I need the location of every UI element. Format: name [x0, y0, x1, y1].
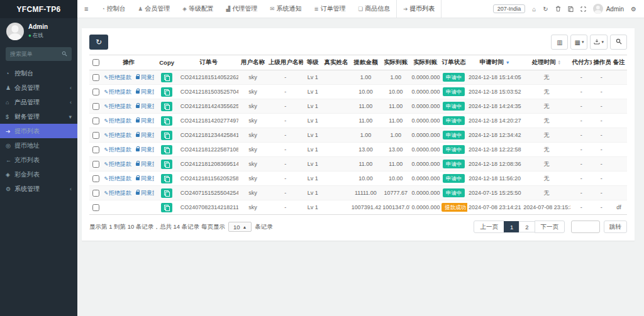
topnav-tab[interactable]: ≣订单管理	[308, 0, 352, 18]
copy-button[interactable]	[161, 131, 172, 140]
columns-button[interactable]: ▦▾	[570, 35, 587, 50]
topnav-tab[interactable]: ♟会员管理	[132, 0, 177, 18]
clear-cache-icon[interactable]	[568, 6, 574, 12]
pencil-icon: ✎	[104, 133, 108, 138]
row-checkbox[interactable]	[92, 132, 99, 139]
copy-button[interactable]	[161, 116, 172, 126]
copy-button[interactable]	[161, 145, 172, 155]
trash-icon[interactable]	[555, 6, 561, 12]
copy-button[interactable]	[161, 87, 172, 97]
hamburger-icon[interactable]: ≡	[77, 5, 95, 13]
page-button-1[interactable]: 1	[504, 221, 519, 232]
sidebar-subitem[interactable]: ➔提币列表	[0, 124, 77, 138]
reject-withdraw-link[interactable]: ✎拒绝提款	[104, 89, 131, 95]
fullscreen-icon[interactable]	[580, 6, 586, 12]
toolbar-right: ▥▦▾▾	[548, 35, 627, 50]
members-icon: ♟	[138, 6, 143, 12]
next-page-button[interactable]: 下一页	[535, 221, 565, 233]
reject-withdraw-link[interactable]: ✎拒绝提款	[104, 161, 131, 167]
sidebar-search[interactable]	[6, 47, 72, 61]
cell-parent-user: -	[267, 114, 303, 128]
goods-icon: ❏	[358, 6, 364, 12]
reject-withdraw-link[interactable]: ✎拒绝提款	[104, 74, 131, 80]
prev-page-button[interactable]: 上一页	[474, 221, 504, 233]
sidebar-subitem[interactable]: ←充币列表	[0, 153, 77, 167]
topnav-tab[interactable]: ◔控制台	[95, 0, 131, 18]
refresh-icon[interactable]: ↻	[543, 6, 548, 13]
reject-withdraw-link[interactable]: ✎拒绝提款	[104, 132, 131, 138]
topnav-tab[interactable]: ▟代理管理	[220, 0, 264, 18]
copy-button[interactable]	[161, 73, 172, 82]
row-checkbox[interactable]	[92, 204, 99, 211]
reject-label: 拒绝提款	[109, 117, 131, 124]
topnav-tab[interactable]: ➔提币列表	[396, 0, 441, 18]
select-all-checkbox[interactable]	[92, 59, 99, 66]
copy-button[interactable]	[161, 102, 172, 111]
sidebar-item[interactable]: ⚙系统管理‹	[0, 182, 77, 196]
cell-pay-method: -	[570, 85, 592, 99]
copy-button[interactable]	[161, 160, 172, 169]
refresh-button[interactable]: ↻	[89, 35, 108, 50]
row-checkbox[interactable]	[92, 175, 99, 182]
sidebar-item[interactable]: $财务管理▾	[0, 109, 77, 124]
sidebar-item[interactable]: ⌂产品管理‹	[0, 95, 77, 109]
column-header-label: 实际到账	[384, 58, 408, 65]
sidebar-item[interactable]: ♟会员管理‹	[0, 80, 77, 95]
column-header-label: 订单号	[200, 58, 218, 65]
reject-withdraw-link[interactable]: ✎拒绝提款	[104, 117, 131, 124]
row-checkbox[interactable]	[92, 89, 99, 95]
approve-withdraw-link[interactable]: 同意提款	[136, 89, 154, 95]
row-checkbox[interactable]	[92, 103, 99, 110]
reject-withdraw-link[interactable]: ✎拒绝提款	[104, 190, 131, 196]
approve-withdraw-link[interactable]: 同意提款	[136, 132, 154, 138]
topnav-tab[interactable]: ❏商品信息	[352, 0, 397, 18]
approve-withdraw-link[interactable]: 同意提款	[136, 74, 154, 80]
region-selector[interactable]: 207-India	[493, 4, 526, 13]
copy-button[interactable]	[161, 188, 172, 198]
jump-page-input[interactable]	[571, 221, 600, 233]
cell-level: Lv 1	[303, 128, 322, 143]
page-size-select[interactable]: 10 ▲	[228, 222, 252, 232]
cell-username: sky	[238, 85, 267, 99]
copy-button[interactable]	[161, 174, 172, 183]
approve-withdraw-link[interactable]: 同意提款	[136, 190, 154, 196]
search-button[interactable]	[610, 35, 627, 50]
card-view-button[interactable]: ▥	[551, 35, 568, 50]
row-checkbox[interactable]	[92, 190, 99, 197]
cell-username: sky	[238, 186, 267, 200]
approve-withdraw-link[interactable]: 同意提款	[136, 161, 154, 167]
sidebar-subitem[interactable]: ◈彩金列表	[0, 167, 77, 182]
cell-process-time: 无	[522, 143, 570, 157]
topnav-tab[interactable]: ✉系统通知	[264, 0, 308, 18]
jump-button[interactable]: 跳转	[604, 221, 627, 233]
search-icon	[62, 51, 67, 58]
sidebar-search-input[interactable]	[10, 51, 62, 57]
settings-icon[interactable]: ⚙	[631, 6, 636, 13]
cell-status: 申请中	[440, 85, 467, 99]
row-checkbox[interactable]	[92, 74, 99, 81]
topnav-tab[interactable]: ◈等级配置	[176, 0, 220, 18]
approve-withdraw-link[interactable]: 同意提款	[136, 146, 154, 153]
sidebar-item[interactable]: ◔控制台	[0, 66, 77, 80]
table-card: ↻ ▥▦▾▾ 操作Copy订单号用户名称上级用户名称等级真实姓名提款金额实际到账…	[82, 28, 635, 241]
dashboard-icon: ◔	[6, 70, 14, 77]
copy-button[interactable]	[161, 203, 172, 212]
reject-withdraw-link[interactable]: ✎拒绝提款	[104, 103, 131, 109]
row-checkbox[interactable]	[92, 146, 99, 153]
approve-withdraw-link[interactable]: 同意提款	[136, 175, 154, 182]
export-button[interactable]: ▾	[590, 35, 608, 50]
home-icon[interactable]: ⌂	[532, 6, 536, 13]
row-checkbox[interactable]	[92, 161, 99, 168]
cell-pay-method: -	[570, 200, 592, 215]
row-checkbox[interactable]	[92, 117, 99, 124]
reject-withdraw-link[interactable]: ✎拒绝提款	[104, 146, 131, 153]
approve-withdraw-link[interactable]: 同意提款	[136, 117, 154, 124]
cell-actual: 13.00	[381, 143, 410, 157]
cell-operator: -	[592, 157, 611, 172]
approve-withdraw-link[interactable]: 同意提款	[136, 103, 154, 109]
topnav-user[interactable]: Admin	[593, 4, 624, 14]
reject-withdraw-link[interactable]: ✎拒绝提款	[104, 175, 131, 182]
cell-username: sky	[238, 200, 267, 215]
sidebar-subitem[interactable]: ◎提币地址	[0, 138, 77, 153]
page-button-2[interactable]: 2	[519, 221, 535, 232]
